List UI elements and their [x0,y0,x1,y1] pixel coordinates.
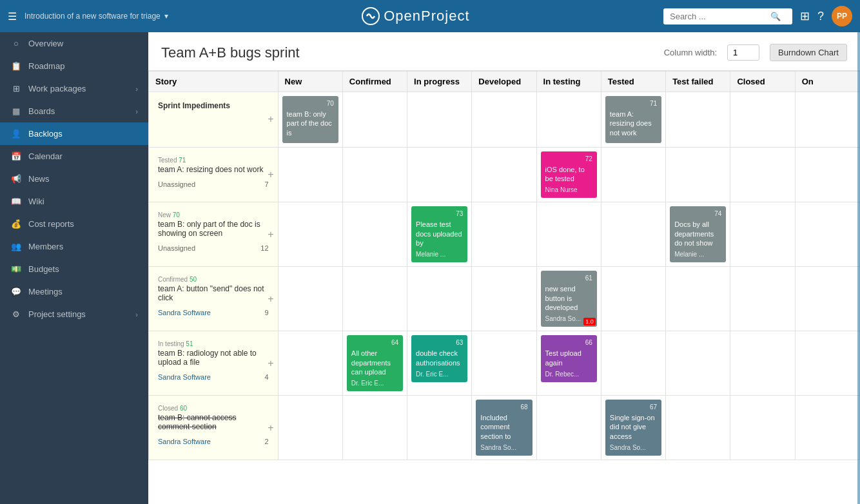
col-new: New [278,72,342,92]
sidebar-item-label: Budgets [28,264,138,274]
sidebar-item-budgets[interactable]: 💵 Budgets [0,258,148,280]
story-card: Closed 60 team B: cannot access comment … [153,400,274,451]
search-input[interactable] [670,12,767,21]
dropdown-icon[interactable]: ▾ [164,12,168,21]
story-cell: Closed 60 team B: cannot access comment … [149,396,279,460]
cost-reports-icon: 💰 [10,219,22,229]
main-content: Team A+B bugs sprint Column width: Burnd… [148,32,860,504]
column-width-label: Column width: [664,48,717,57]
board-cell-in-testing: 61 new send button is developed Sandra S… [536,267,601,331]
card-id: 67 [610,403,657,412]
work-card[interactable]: 72 iOS done, to be tested Nina Nurse [541,151,597,199]
work-card[interactable]: 68 Included comment section to Sandra So… [476,400,532,456]
sidebar-item-meetings[interactable]: 💬 Meetings [0,280,148,303]
work-card[interactable]: 70 team B: only part of the doc is [282,96,338,143]
work-card[interactable]: 64 All other departments can upload Dr. … [347,335,403,391]
work-card[interactable]: 61 new send button is developed Sandra S… [541,271,597,327]
help-icon[interactable]: ? [817,10,824,23]
column-width-input[interactable] [727,44,759,61]
board-cell-closed [730,92,795,148]
col-on: On [795,72,859,92]
sidebar-item-cost-reports[interactable]: 💰 Cost reports [0,213,148,235]
board-table: Story New Confirmed In progress Develope… [148,71,860,460]
sidebar-item-members[interactable]: 👥 Members [0,235,148,258]
col-test-failed: Test failed [666,72,730,92]
board-cell-in-testing [536,202,601,267]
version-badge: 1.0 [583,318,596,326]
board-cell-tested [601,267,665,331]
sidebar-item-label: Roadmap [28,61,138,71]
board-cell-test-failed [666,92,730,148]
board-cell-closed [730,331,795,396]
work-card[interactable]: 67 Single sign-on did not give access Sa… [605,400,661,456]
work-card[interactable]: 63 double check authorisations Dr. Eric … [411,335,467,382]
sidebar-item-roadmap[interactable]: 📋 Roadmap [0,55,148,77]
board-cell-closed [730,147,795,202]
sidebar-item-calendar[interactable]: 📅 Calendar [0,145,148,168]
board-cell-new [278,396,342,460]
col-story: Story [149,72,279,92]
work-card[interactable]: 66 Test upload again Dr. Rebec... [541,335,597,382]
card-assignee: Dr. Eric E... [416,370,463,379]
header-actions: ⊞ ? PP [800,6,852,26]
board-cell-developed [472,331,536,396]
board-cell-closed [730,267,795,331]
board-cell-closed [730,202,795,267]
story-add-button[interactable]: + [268,169,273,180]
story-card: Confirmed 50 team A: button "send" does … [153,271,274,322]
work-packages-icon: ⊞ [10,84,22,93]
avatar[interactable]: PP [832,6,852,26]
story-assignee: Sandra Software [158,373,211,381]
sidebar-item-work-packages[interactable]: ⊞ Work packages › [0,77,148,100]
column-headers: Story New Confirmed In progress Develope… [149,72,860,92]
sidebar-item-wiki[interactable]: 📖 Wiki [0,190,148,213]
story-card: New 70 team B: only part of the doc is s… [153,206,274,257]
story-add-button[interactable]: + [268,358,273,369]
arrow-icon: › [135,311,138,318]
story-assignee: Unassigned [158,180,195,188]
board-cell-confirmed: 64 All other departments can upload Dr. … [342,331,407,396]
work-card[interactable]: 74 Docs by all departments do not show M… [670,206,726,262]
card-assignee: Sandra So... [610,443,657,452]
board-cell-test-failed [666,147,730,202]
sidebar-item-backlogs[interactable]: 👤 Backlogs [0,122,148,145]
table-row: Tested 71 team A: resizing does not work… [149,147,860,202]
backlogs-icon: 👤 [10,129,22,139]
board-cell-tested [601,202,665,267]
story-cell: Confirmed 50 team A: button "send" does … [149,267,279,331]
col-tested: Tested [601,72,665,92]
board-cell-developed [472,147,536,202]
board-cell-on [795,267,859,331]
board-cell-in-testing [536,92,601,148]
story-add-button[interactable]: + [268,229,273,240]
card-title: Please test docs uploaded by [416,220,463,247]
menu-icon[interactable]: ☰ [8,10,17,23]
board-cell-test-failed: 74 Docs by all departments do not show M… [666,202,730,267]
burndown-chart-button[interactable]: Burndown Chart [770,44,847,61]
sidebar-item-boards[interactable]: ▦ Boards › [0,100,148,122]
project-title-container: Introduction of a new software for triag… [24,12,168,21]
story-title: team B: only part of the doc is showing … [158,220,269,238]
col-in-progress: In progress [407,72,472,92]
work-card[interactable]: 73 Please test docs uploaded by Melanie … [411,206,467,262]
work-card[interactable]: 71 team A: resizing does not work [605,96,661,143]
apps-icon[interactable]: ⊞ [800,9,810,23]
logo-container: OpenProject [168,7,663,25]
story-add-button[interactable]: + [268,293,273,305]
card-assignee: Dr. Rebec... [545,370,592,379]
board-cell-test-failed [666,267,730,331]
board-cell-developed [472,92,536,148]
story-add-button[interactable]: + [268,422,273,434]
story-count: 7 [264,180,268,188]
board-cell-in-progress [407,267,472,331]
table-row: New 70 team B: only part of the doc is s… [149,202,860,267]
arrow-icon: › [135,85,138,93]
board-cell-confirmed [342,396,407,460]
story-add-button[interactable]: + [268,113,273,125]
sidebar-item-project-settings[interactable]: ⚙ Project settings › [0,303,148,325]
sidebar-item-news[interactable]: 📢 News [0,168,148,190]
sidebar-item-overview[interactable]: ○ Overview [0,32,148,55]
sidebar-item-label: Calendar [28,151,138,161]
logo-text: OpenProject [384,8,469,24]
wiki-icon: 📖 [10,197,22,206]
